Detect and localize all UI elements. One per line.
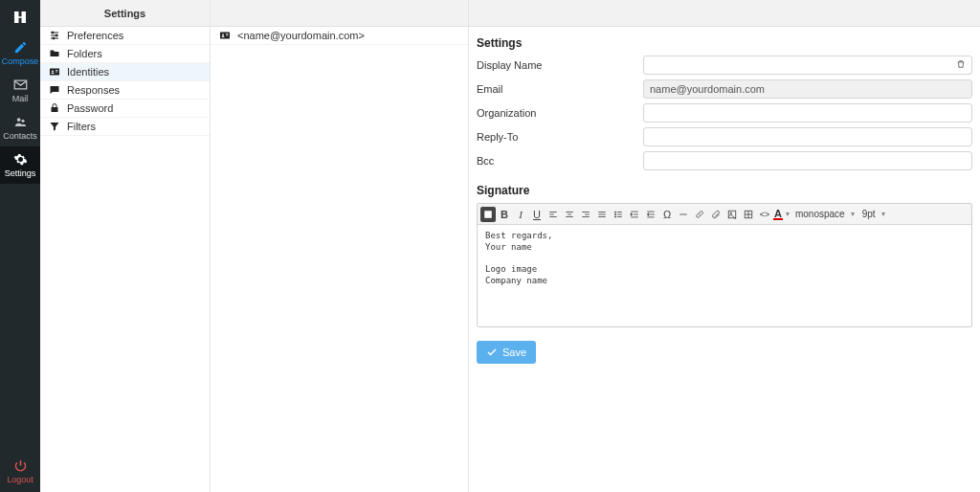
nav-folders[interactable]: Folders [40,45,210,63]
hr-icon[interactable] [676,207,691,222]
mail-icon [12,77,28,92]
sidebar-mail-label: Mail [12,94,29,103]
svg-point-30 [614,211,615,212]
id-card-icon [48,65,61,78]
omega-icon[interactable]: Ω [659,207,675,222]
lock-icon [48,101,61,115]
nav-password[interactable]: Password [40,100,210,118]
sidebar-contacts[interactable]: Contacts [0,109,40,146]
save-button-label: Save [502,347,526,358]
chat-icon [48,83,61,97]
sidebar-settings[interactable]: Settings [0,146,40,184]
font-color-picker[interactable]: A▾ [773,209,790,220]
bold-icon[interactable]: B [497,207,512,222]
identity-form-column: Settings Display Name Email Organization [469,0,980,492]
nav-identities[interactable]: Identities [40,63,210,81]
identity-item[interactable]: <name@yourdomain.com> [211,27,468,45]
outdent-icon[interactable] [643,207,658,222]
italic-icon[interactable]: I [513,207,528,222]
font-family-select[interactable]: monospace▾ [791,209,858,219]
trash-icon[interactable] [955,58,967,70]
bcc-label: Bcc [477,155,643,167]
brand-logo [0,4,40,31]
attachment-icon[interactable] [708,207,724,222]
svg-point-9 [52,71,54,73]
sliders-icon [48,29,61,42]
svg-point-44 [730,212,732,213]
nav-filters[interactable]: Filters [40,118,210,136]
settings-nav-list: Preferences Folders Identities Responses… [40,27,210,136]
nav-responses[interactable]: Responses [40,81,210,100]
svg-rect-12 [52,107,58,112]
svg-point-1 [21,119,24,122]
sidebar-logout-label: Logout [7,475,33,484]
filter-icon [48,120,61,133]
identities-list: <name@yourdomain.com> [211,27,468,45]
display-name-input[interactable] [643,56,972,75]
compose-icon [12,39,28,55]
nav-label: Identities [67,66,109,78]
id-card-icon [218,29,232,42]
settings-nav-column: Settings Preferences Folders Identities … [40,0,211,492]
reply-to-input[interactable] [643,127,972,146]
settings-nav-title: Settings [40,0,210,27]
editor-toolbar: B I U Ω [478,204,971,225]
svg-point-5 [52,32,54,34]
align-center-icon[interactable] [562,207,577,222]
paragraph-icon[interactable] [480,207,496,222]
sidebar-rail: Compose Mail Contacts Settings Logout [0,0,40,492]
bcc-input[interactable] [643,151,972,170]
nav-preferences[interactable]: Preferences [40,27,210,45]
nav-label: Preferences [67,30,123,41]
svg-point-31 [614,213,615,214]
indent-icon[interactable] [627,207,642,222]
check-icon [486,347,498,358]
nav-label: Folders [67,48,102,59]
signature-textarea[interactable]: Best regards, Your name Logo image Compa… [478,225,971,326]
signature-editor: B I U Ω [477,203,972,327]
sidebar-contacts-label: Contacts [3,131,37,141]
settings-section-title: Settings [477,36,972,50]
code-icon[interactable]: <> [757,207,772,222]
sidebar-compose[interactable]: Compose [0,34,40,72]
display-name-label: Display Name [477,59,643,71]
font-size-select[interactable]: 9pt▾ [858,209,889,219]
svg-point-6 [56,34,57,36]
gear-icon [12,151,28,167]
nav-label: Password [67,102,113,114]
table-icon[interactable] [741,207,756,222]
form-header-gap [469,0,980,27]
identity-label: <name@yourdomain.com> [237,30,365,41]
reply-to-label: Reply-To [477,131,643,143]
power-icon [13,458,28,473]
email-input [643,79,972,99]
align-left-icon[interactable] [546,207,561,222]
email-label: Email [477,83,643,95]
nav-label: Responses [67,84,120,96]
svg-rect-17 [484,211,492,218]
sidebar-settings-label: Settings [5,168,36,178]
svg-rect-43 [728,211,736,218]
link-icon[interactable] [692,207,707,222]
align-right-icon[interactable] [578,207,593,222]
identities-list-title [211,0,468,27]
svg-point-32 [614,215,615,216]
sidebar-compose-label: Compose [2,56,39,66]
folder-icon [48,47,61,60]
svg-point-0 [16,118,20,122]
image-icon[interactable] [724,207,740,222]
identities-list-column: <name@yourdomain.com> [211,0,469,492]
nav-label: Filters [67,121,96,132]
organization-label: Organization [477,107,643,119]
organization-input[interactable] [643,103,972,123]
bullet-list-icon[interactable] [611,207,626,222]
align-justify-icon[interactable] [594,207,610,222]
sidebar-mail[interactable]: Mail [0,72,40,109]
contacts-icon [12,114,28,129]
svg-point-14 [222,34,224,36]
save-button[interactable]: Save [477,341,536,364]
signature-section-title: Signature [477,184,972,197]
svg-point-7 [53,37,55,39]
sidebar-logout[interactable]: Logout [0,453,40,492]
underline-icon[interactable]: U [529,207,545,222]
